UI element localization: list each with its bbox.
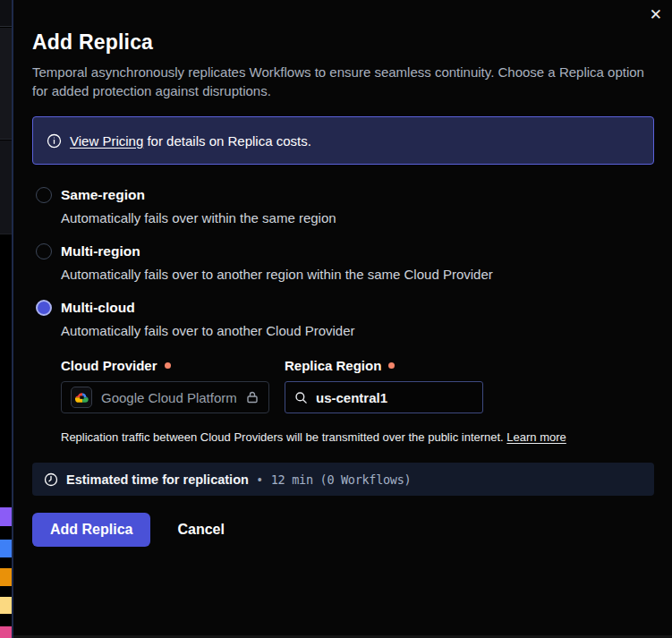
background-section [0,0,13,27]
traffic-note: Replication traffic between Cloud Provid… [61,430,654,444]
cloud-provider-label-text: Cloud Provider [61,358,157,373]
cloud-provider-label: Cloud Provider [61,358,269,373]
option-description: Automatically fails over within the same… [61,210,654,225]
add-replica-modal: ✕ Add Replica Temporal asynchronously re… [13,0,672,638]
cancel-button[interactable]: Cancel [177,522,224,538]
replica-region-column: Replica Region us-central1 [285,358,483,413]
add-replica-button[interactable]: Add Replica [32,513,150,547]
gcp-logo-icon [71,387,92,408]
estimate-separator: • [258,472,262,487]
required-dot-icon [388,362,395,369]
modal-actions: Add Replica Cancel [32,513,654,547]
replica-region-value: us-central1 [316,390,387,405]
option-label: Multi-cloud [61,300,135,316]
replica-options: Same-region Automatically fails over wit… [32,187,654,444]
estimate-value: 12 min (0 Workflows) [271,472,412,487]
modal-title: Add Replica [32,30,654,55]
cloud-provider-value: Google Cloud Platform [101,390,236,405]
option-same-region: Same-region Automatically fails over wit… [32,187,654,225]
close-icon[interactable]: ✕ [650,6,662,24]
search-icon [294,391,308,404]
estimate-banner: Estimated time for replication • 12 min … [32,463,654,496]
background-color-bar [0,540,12,557]
replica-region-label-text: Replica Region [285,358,381,373]
option-multi-region: Multi-region Automatically fails over to… [32,243,654,282]
multi-cloud-form: Cloud Provider [61,358,654,413]
option-description: Automatically fails over to another Clou… [61,323,654,338]
background-page-strip [0,0,13,638]
replica-region-label: Replica Region [285,358,483,373]
info-icon [47,133,62,149]
cloud-provider-select[interactable]: Google Cloud Platform [61,381,269,413]
background-color-bar [0,568,12,586]
pricing-banner-rest: for details on Replica costs. [143,133,311,149]
lock-icon [245,390,259,404]
option-label: Same-region [61,187,145,203]
option-same-region-click-target[interactable]: Same-region [32,187,654,203]
option-multi-cloud-click-target[interactable]: Multi-cloud [32,300,654,316]
background-color-bar [0,507,12,526]
radio-unselected-icon[interactable] [36,187,52,203]
background-color-bar [0,597,12,614]
option-multi-region-click-target[interactable]: Multi-region [32,243,654,259]
cloud-provider-column: Cloud Provider [61,358,269,413]
background-section [0,28,13,140]
estimate-label: Estimated time for replication [66,472,249,487]
option-description: Automatically fails over to another regi… [61,267,654,282]
replica-region-search-input[interactable]: us-central1 [285,381,483,413]
radio-unselected-icon[interactable] [36,243,52,259]
learn-more-link[interactable]: Learn more [506,430,566,444]
background-section [0,140,13,234]
modal-description: Temporal asynchronously replicates Workf… [32,63,654,100]
view-pricing-link[interactable]: View Pricing [70,133,143,149]
option-multi-cloud: Multi-cloud Automatically fails over to … [32,300,654,444]
radio-selected-icon[interactable] [36,300,52,316]
option-label: Multi-region [61,243,140,259]
required-dot-icon [165,362,171,369]
pricing-info-banner: View Pricing for details on Replica cost… [32,116,654,165]
traffic-note-text: Replication traffic between Cloud Provid… [61,430,506,444]
pricing-banner-text: View Pricing for details on Replica cost… [70,133,311,149]
clock-icon [44,472,58,487]
background-color-bar [0,626,12,638]
